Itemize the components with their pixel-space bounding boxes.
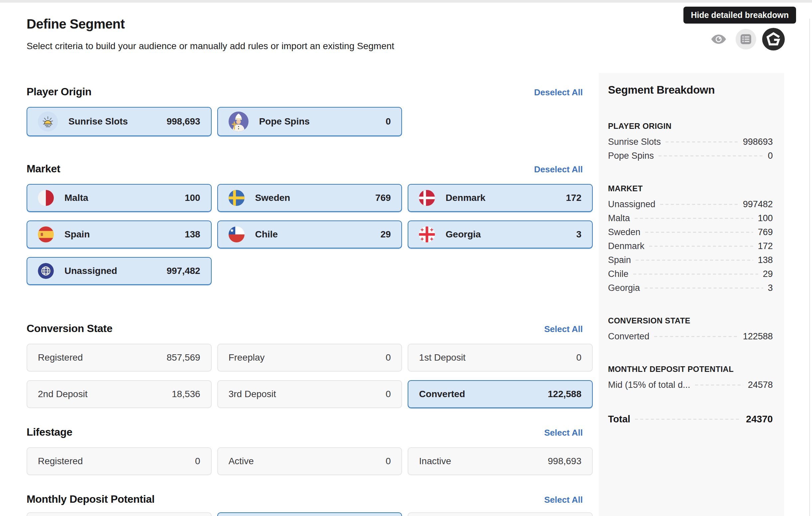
criteria-card-pope-spins[interactable]: Pope Spins 0 [217,107,402,136]
criteria-card-freeplay[interactable]: Freeplay 0 [217,344,402,371]
deselect-all-link[interactable]: Deselect All [534,164,583,175]
card-value: 0 [576,352,581,363]
list-icon [740,34,752,44]
criteria-card-sweden[interactable]: Sweden 769 [217,184,402,212]
select-all-link[interactable]: Select All [544,495,583,505]
globe-icon [38,263,54,279]
criteria-card-registered-lifestage[interactable]: Registered 0 [27,447,212,475]
breakdown-value: 0 [768,151,773,161]
breakdown-row: Georgia 3 [608,281,773,295]
breakdown-label: Sunrise Slots [608,137,661,147]
criteria-card-registered[interactable]: Registered 857,569 [27,344,212,371]
card-grid [27,512,593,516]
section-head: Conversion State Select All [27,323,593,334]
criteria-card-1st-deposit[interactable]: 1st Deposit 0 [408,344,593,371]
card-label: 3rd Deposit [229,389,386,399]
criteria-card-unassigned[interactable]: Unassigned 997,482 [27,257,212,285]
breakdown-group-header: MARKET [608,184,773,193]
criteria-card-spain[interactable]: Spain 138 [27,220,212,248]
select-all-link[interactable]: Select All [544,324,583,334]
card-value: 769 [375,192,391,203]
criteria-card-denmark[interactable]: Denmark 172 [408,184,593,212]
breakdown-row: Chile 29 [608,267,773,281]
breakdown-value: 24578 [748,380,773,390]
breakdown-label: Denmark [608,241,644,251]
denmark-flag-icon [419,190,435,206]
section-title: Conversion State [27,323,112,335]
breakdown-total-row: Total 24370 [608,414,773,425]
criteria-card-active[interactable]: Active 0 [217,447,402,475]
section-conversion-state: Conversion State Select All Registered 8… [27,323,593,408]
leader-line [654,336,738,337]
breakdown-group-monthly-deposit-potential: MONTHLY DEPOSIT POTENTIAL Mid (15% of to… [608,365,773,392]
breakdown-label: Chile [608,269,629,279]
section-player-origin: Player Origin Deselect All [27,86,593,136]
criteria-card-mdp-3[interactable] [408,512,593,516]
page-title: Define Segment [27,17,395,32]
card-value: 0 [386,352,391,363]
criteria-card-2nd-deposit[interactable]: 2nd Deposit 18,536 [27,380,212,408]
breakdown-row: Sunrise Slots 998693 [608,135,773,149]
breakdown-title: Segment Breakdown [608,84,773,96]
card-label: Registered [38,352,167,363]
card-label: Denmark [445,192,566,203]
breakdown-value: 769 [758,227,773,237]
criteria-card-mdp-1[interactable] [27,512,212,516]
leader-line [659,155,763,156]
card-label: Converted [419,389,548,399]
breakdown-group-conversion-state: CONVERSION STATE Converted 122588 [608,316,773,343]
total-label: Total [608,414,630,425]
hide-breakdown-tooltip: Hide detailed breakdown [684,7,796,24]
eye-icon[interactable] [710,33,727,45]
breakdown-group-header: PLAYER ORIGIN [608,122,773,131]
breakdown-value: 100 [758,213,773,223]
criteria-card-3rd-deposit[interactable]: 3rd Deposit 0 [217,380,402,408]
window-top-strip [0,0,812,3]
card-grid: Registered 0 Active 0 Inactive 998,693 [27,447,593,475]
header-controls [710,28,785,51]
breakdown-value: 172 [758,241,773,251]
scrollbar[interactable] [809,19,810,516]
page-subtitle: Select criteria to build your audience o… [27,41,395,52]
card-label: Georgia [445,229,576,240]
section-market: Market Deselect All Malta 100 [27,163,593,285]
breakdown-group-header: CONVERSION STATE [608,316,773,325]
criteria-card-inactive[interactable]: Inactive 998,693 [408,447,593,475]
leader-line [665,142,738,143]
malta-flag-icon [38,190,54,206]
card-value: 3 [576,229,581,240]
breakdown-row: Spain 138 [608,253,773,267]
card-grid: Sunrise Slots 998,693 [27,107,593,136]
leader-line [649,246,753,247]
select-all-link[interactable]: Select All [544,428,583,438]
section-title: Market [27,163,60,175]
breakdown-label: Pope Spins [608,151,654,161]
criteria-card-georgia[interactable]: Georgia 3 [408,220,593,248]
section-head: Market Deselect All [27,163,593,175]
breakdown-value: 998693 [743,137,773,147]
criteria-card-chile[interactable]: Chile 29 [217,220,402,248]
card-label: Pope Spins [259,116,386,127]
section-head: Lifestage Select All [27,426,593,438]
card-value: 29 [380,229,391,240]
criteria-card-mdp-2[interactable] [217,512,402,516]
card-label: Registered [38,456,195,466]
criteria-card-sunrise-slots[interactable]: Sunrise Slots 998,693 [27,107,212,136]
breakdown-row: Mid (15% of total d... 24578 [608,378,773,392]
card-label: 2nd Deposit [38,389,172,399]
card-value: 0 [386,389,391,399]
breakdown-group-player-origin: PLAYER ORIGIN Sunrise Slots 998693 Pope … [608,122,773,163]
card-label: Spain [64,229,185,240]
criteria-card-malta[interactable]: Malta 100 [27,184,212,212]
card-value: 172 [566,192,581,203]
card-label: 1st Deposit [419,352,576,363]
card-label: Inactive [419,456,548,466]
segment-breakdown-panel: Segment Breakdown PLAYER ORIGIN Sunrise … [599,73,784,516]
breakdown-label: Sweden [608,227,641,237]
deselect-all-link[interactable]: Deselect All [534,87,583,98]
brand-logo[interactable] [762,28,785,51]
leader-line [644,287,763,289]
card-label: Unassigned [64,266,167,276]
list-view-button[interactable] [735,29,756,50]
criteria-card-converted[interactable]: Converted 122,588 [408,380,593,408]
